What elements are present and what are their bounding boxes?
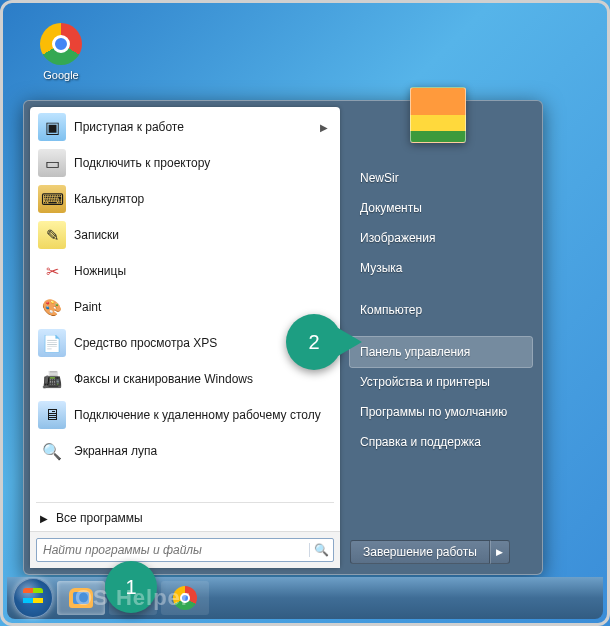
search-box: 🔍 (36, 538, 334, 562)
program-label: Paint (74, 300, 332, 314)
submenu-arrow-icon: ▶ (320, 122, 328, 133)
right-link[interactable]: Устройства и принтеры (350, 367, 532, 397)
program-icon: ▭ (38, 149, 66, 177)
right-link-username[interactable]: NewSir (350, 163, 532, 193)
desktop-icon-chrome[interactable]: Google (31, 23, 91, 81)
right-gap (350, 325, 532, 337)
shutdown-row: Завершение работы ▶ (350, 540, 532, 564)
all-programs-label: Все программы (56, 511, 143, 525)
user-picture[interactable] (410, 87, 466, 143)
program-item[interactable]: ✎Записки (30, 217, 340, 253)
program-label: Экранная лупа (74, 444, 332, 458)
program-icon: 📄 (38, 329, 66, 357)
right-link[interactable]: Музыка (350, 253, 532, 283)
shutdown-label: Завершение работы (363, 545, 477, 559)
all-programs[interactable]: ▶ Все программы (30, 505, 340, 531)
right-links: NewSir ДокументыИзображенияМузыкаКомпьют… (350, 163, 532, 536)
right-link-label: Музыка (360, 261, 402, 275)
right-link[interactable]: Справка и поддержка (350, 427, 532, 457)
username-label: NewSir (360, 171, 399, 185)
program-icon: ✂ (38, 257, 66, 285)
right-link-label: Документы (360, 201, 422, 215)
program-icon: 🖥 (38, 401, 66, 429)
program-item[interactable]: 🎨Paint (30, 289, 340, 325)
program-label: Записки (74, 228, 332, 242)
program-icon: ▣ (38, 113, 66, 141)
right-link-label: Программы по умолчанию (360, 405, 507, 419)
shutdown-options-arrow[interactable]: ▶ (490, 540, 510, 564)
start-button[interactable] (13, 578, 53, 618)
program-icon: ✎ (38, 221, 66, 249)
program-item[interactable]: 📠Факсы и сканирование Windows (30, 361, 340, 397)
program-item[interactable]: 🖥Подключение к удаленному рабочему столу (30, 397, 340, 433)
callout-2-label: 2 (308, 331, 319, 354)
right-link[interactable]: Программы по умолчанию (350, 397, 532, 427)
right-gap (350, 283, 532, 295)
program-icon: 🎨 (38, 293, 66, 321)
program-label: Подключить к проектору (74, 156, 332, 170)
right-link-label: Устройства и принтеры (360, 375, 490, 389)
right-link[interactable]: Изображения (350, 223, 532, 253)
search-icon[interactable]: 🔍 (309, 543, 333, 557)
program-label: Подключение к удаленному рабочему столу (74, 408, 332, 422)
program-item[interactable]: ▭Подключить к проектору (30, 145, 340, 181)
program-label: Приступая к работе (74, 120, 312, 134)
program-label: Факсы и сканирование Windows (74, 372, 332, 386)
program-icon: 🔍 (38, 437, 66, 465)
program-label: Ножницы (74, 264, 332, 278)
watermark: OS Helper (75, 585, 190, 611)
program-icon: ⌨ (38, 185, 66, 213)
search-input[interactable] (37, 543, 309, 557)
start-right-panel: NewSir ДокументыИзображенияМузыкаКомпьют… (340, 107, 536, 568)
program-item[interactable]: ⌨Калькулятор (30, 181, 340, 217)
desktop-icon-label: Google (31, 69, 91, 81)
program-list: ▣Приступая к работе▶▭Подключить к проект… (30, 107, 340, 500)
shutdown-button[interactable]: Завершение работы (350, 540, 490, 564)
right-link[interactable]: Компьютер (350, 295, 532, 325)
chrome-icon (40, 23, 82, 65)
program-icon: 📠 (38, 365, 66, 393)
right-link-label: Изображения (360, 231, 435, 245)
search-row: 🔍 (30, 531, 340, 568)
callout-2: 2 (286, 314, 342, 370)
chevron-right-icon: ▶ (40, 513, 48, 524)
right-link-label: Компьютер (360, 303, 422, 317)
right-link[interactable]: Документы (350, 193, 532, 223)
program-label: Калькулятор (74, 192, 332, 206)
right-link[interactable]: Панель управления (350, 337, 532, 367)
program-item[interactable]: ▣Приступая к работе▶ (30, 109, 340, 145)
program-item[interactable]: ✂Ножницы (30, 253, 340, 289)
right-link-label: Справка и поддержка (360, 435, 481, 449)
right-link-label: Панель управления (360, 345, 470, 359)
separator (36, 502, 334, 503)
program-item[interactable]: 🔍Экранная лупа (30, 433, 340, 469)
start-menu: ▣Приступая к работе▶▭Подключить к проект… (23, 100, 543, 575)
